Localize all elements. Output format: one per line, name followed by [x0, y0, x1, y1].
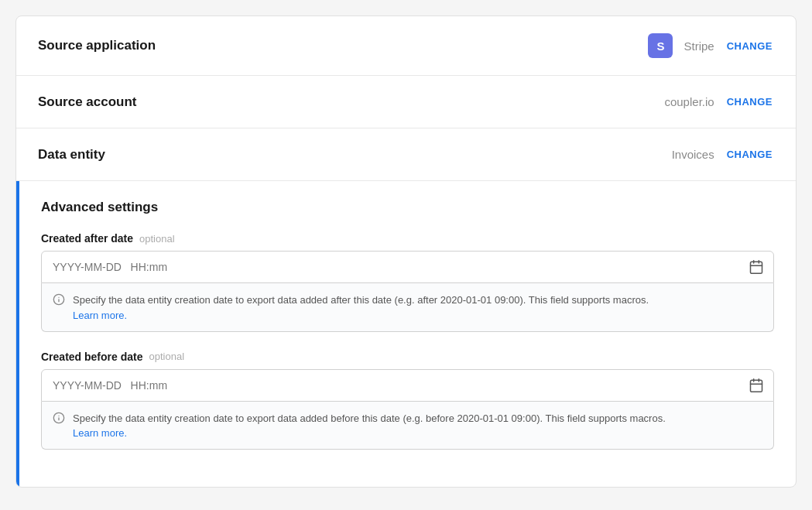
- source-account-value: coupler.io: [664, 95, 714, 108]
- created-before-calendar-button[interactable]: [749, 378, 764, 393]
- advanced-settings-title: Advanced settings: [41, 200, 774, 215]
- svg-rect-0: [751, 262, 762, 273]
- created-after-optional: optional: [139, 233, 175, 245]
- data-entity-label: Data entity: [38, 147, 105, 163]
- created-after-input[interactable]: [42, 252, 773, 282]
- created-after-label-row: Created after date optional: [41, 232, 774, 245]
- info-icon-before: [53, 412, 65, 427]
- advanced-settings-section: Advanced settings Created after date opt…: [16, 181, 796, 487]
- created-before-label: Created before date: [41, 351, 142, 363]
- data-entity-value: Invoices: [672, 148, 714, 161]
- source-application-row: Source application S Stripe CHANGE: [16, 16, 796, 76]
- created-before-input-wrapper: [41, 369, 774, 402]
- data-entity-right: Invoices CHANGE: [672, 145, 774, 163]
- source-application-label: Source application: [38, 38, 156, 53]
- created-before-learn-more[interactable]: Learn more.: [73, 427, 127, 439]
- created-after-label: Created after date: [41, 232, 133, 245]
- source-account-row: Source account coupler.io CHANGE: [16, 76, 796, 128]
- svg-rect-7: [751, 380, 762, 392]
- settings-card: Source application S Stripe CHANGE Sourc…: [15, 15, 797, 488]
- source-application-change-button[interactable]: CHANGE: [725, 37, 774, 55]
- source-account-right: coupler.io CHANGE: [664, 93, 774, 111]
- source-account-label: Source account: [38, 94, 137, 110]
- data-entity-change-button[interactable]: CHANGE: [725, 145, 774, 163]
- created-after-group: Created after date optional: [41, 232, 774, 332]
- data-entity-row: Data entity Invoices CHANGE: [16, 128, 796, 181]
- created-before-hint-text: Specify the data entity creation date to…: [73, 411, 666, 440]
- created-before-hint-box: Specify the data entity creation date to…: [41, 402, 774, 450]
- created-before-group: Created before date optional: [41, 351, 774, 450]
- created-after-calendar-button[interactable]: [749, 259, 764, 275]
- source-application-value: Stripe: [684, 39, 714, 53]
- created-after-hint-box: Specify the data entity creation date to…: [41, 283, 774, 332]
- created-after-learn-more[interactable]: Learn more.: [73, 310, 127, 321]
- created-before-optional: optional: [149, 351, 184, 362]
- created-before-input[interactable]: [42, 370, 773, 401]
- created-after-input-wrapper: [41, 251, 774, 283]
- stripe-icon: S: [648, 33, 673, 58]
- source-application-right: S Stripe CHANGE: [648, 33, 774, 58]
- calendar-icon: [749, 259, 764, 275]
- created-after-hint-text: Specify the data entity creation date to…: [73, 293, 649, 322]
- source-account-change-button[interactable]: CHANGE: [725, 93, 774, 111]
- info-icon-after: [53, 293, 65, 309]
- calendar-icon-before: [749, 378, 764, 393]
- created-before-label-row: Created before date optional: [41, 351, 774, 363]
